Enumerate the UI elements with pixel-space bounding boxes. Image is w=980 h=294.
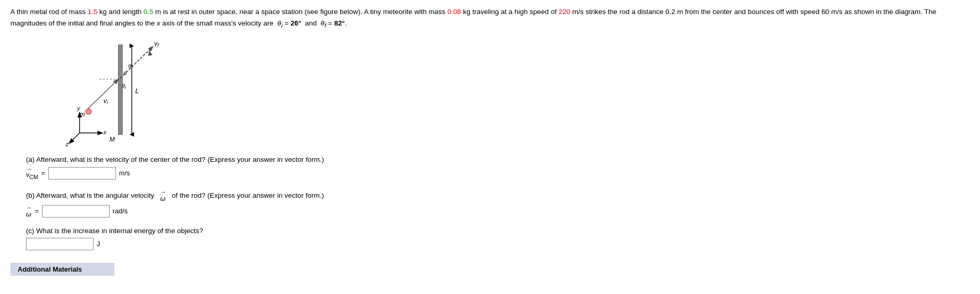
and-text: and — [305, 19, 317, 27]
theta-i-eq: θi — [278, 19, 283, 27]
question-block-c: (c) What is the increase in internal ene… — [26, 227, 970, 250]
text-intro: A thin metal rod of mass — [10, 8, 88, 16]
svg-text:M: M — [109, 136, 115, 143]
theta-f-val: 82° — [334, 19, 345, 27]
svg-text:z: z — [65, 142, 69, 148]
svg-text:vi: vi — [103, 97, 108, 105]
equals-b: = — [35, 207, 39, 215]
question-block-a: (a) Afterward, what is the velocity of t… — [26, 156, 970, 180]
omega-vec-label: → ω — [160, 189, 166, 202]
diagram-area: L d vf θf vi θi M m — [42, 36, 970, 150]
x-axis-label: x — [156, 19, 160, 27]
part-c-answer-row: J — [26, 238, 970, 250]
text-kg2: kg traveling at a high speed of — [461, 8, 559, 16]
svg-line-9 — [87, 80, 117, 109]
vcm-input[interactable] — [48, 167, 116, 180]
omega-unit: rad/s — [113, 207, 128, 215]
additional-materials-button[interactable]: Additional Materials — [10, 263, 114, 276]
text-kg: kg and length — [97, 8, 143, 16]
part-b-text2: of the rod? (Express your answer in vect… — [172, 191, 324, 199]
part-b-label: (b) Afterward, what is the angular veloc… — [26, 189, 970, 202]
part-b-text1: (b) Afterward, what is the angular veloc… — [26, 191, 154, 199]
vcm-vec-label: → vCM — [26, 167, 38, 180]
part-a-answer-row: → vCM = m/s — [26, 167, 970, 180]
svg-rect-0 — [119, 45, 123, 134]
svg-line-20 — [70, 133, 80, 143]
problem-text: A thin metal rod of mass 1.5 kg and leng… — [10, 6, 970, 30]
theta-f-eq: θf — [321, 19, 326, 27]
page: A thin metal rod of mass 1.5 kg and leng… — [0, 0, 980, 282]
speed: 220 — [558, 8, 570, 16]
length-rod: 0.5 — [143, 8, 153, 16]
equals-a: = — [41, 169, 45, 177]
svg-text:m: m — [80, 111, 85, 118]
omega-input[interactable] — [42, 205, 110, 218]
energy-input[interactable] — [26, 238, 94, 250]
question-block-b: (b) Afterward, what is the angular veloc… — [26, 189, 970, 218]
svg-text:L: L — [135, 87, 139, 95]
svg-point-15 — [86, 109, 92, 114]
svg-text:θi: θi — [122, 83, 126, 91]
text-m: m is at rest in outer space, near a spac… — [153, 8, 448, 16]
vcm-unit: m/s — [119, 169, 130, 177]
theta-i-val: 26° — [291, 19, 301, 27]
part-c-label: (c) What is the increase in internal ene… — [26, 227, 970, 235]
vcm-label: → vCM — [26, 167, 38, 180]
mass-met: 0.08 — [447, 8, 461, 16]
questions: (a) Afterward, what is the velocity of t… — [10, 156, 970, 250]
omega-eq-label: → ω — [26, 205, 32, 218]
part-b-answer-row: → ω = rad/s — [26, 205, 970, 218]
svg-text:vf: vf — [154, 40, 160, 48]
diagram-svg: L d vf θf vi θi M m — [42, 36, 187, 150]
svg-marker-5 — [146, 50, 153, 58]
svg-text:x: x — [103, 130, 107, 136]
part-a-label: (a) Afterward, what is the velocity of t… — [26, 156, 970, 163]
energy-unit: J — [97, 240, 100, 248]
mass-rod: 1.5 — [88, 8, 98, 16]
